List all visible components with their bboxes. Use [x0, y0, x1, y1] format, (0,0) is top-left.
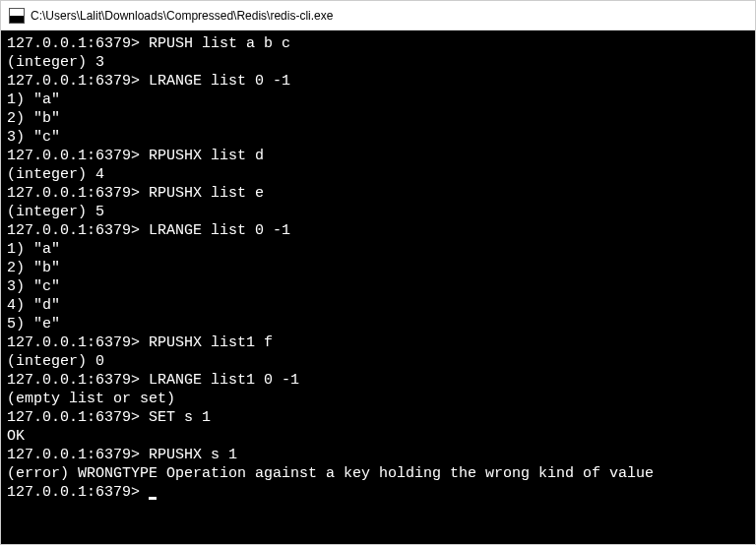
command-text: RPUSH list a b c: [149, 35, 290, 52]
command-line: 127.0.0.1:6379> LRANGE list1 0 -1: [7, 371, 749, 390]
output-line: (integer) 5: [7, 203, 749, 221]
output-line: 2) "b": [7, 109, 749, 128]
command-line: 127.0.0.1:6379> RPUSHX list d: [7, 147, 749, 165]
app-icon: [9, 8, 25, 24]
prompt: 127.0.0.1:6379>: [7, 73, 149, 90]
command-text: LRANGE list 0 -1: [149, 222, 290, 239]
command-text: RPUSHX list e: [149, 185, 264, 202]
prompt: 127.0.0.1:6379>: [7, 334, 149, 351]
command-line: 127.0.0.1:6379>: [7, 483, 749, 502]
command-line: 127.0.0.1:6379> LRANGE list 0 -1: [7, 221, 749, 240]
prompt: 127.0.0.1:6379>: [7, 35, 149, 52]
command-text: RPUSHX list1 f: [149, 334, 273, 351]
output-line: 2) "b": [7, 259, 749, 277]
output-line: 4) "d": [7, 296, 749, 315]
output-line: (empty list or set): [7, 390, 749, 408]
output-line: 1) "a": [7, 240, 749, 259]
terminal-window: C:\Users\Lalit\Downloads\Compressed\Redi…: [0, 0, 756, 545]
output-line: OK: [7, 427, 749, 446]
output-line: 3) "c": [7, 128, 749, 147]
terminal-output[interactable]: 127.0.0.1:6379> RPUSH list a b c(integer…: [1, 30, 755, 544]
output-line: (integer) 3: [7, 53, 749, 72]
prompt: 127.0.0.1:6379>: [7, 484, 149, 501]
command-text: RPUSHX list d: [149, 148, 264, 164]
prompt: 127.0.0.1:6379>: [7, 185, 149, 202]
prompt: 127.0.0.1:6379>: [7, 222, 149, 239]
titlebar-path: C:\Users\Lalit\Downloads\Compressed\Redi…: [31, 9, 333, 23]
command-line: 127.0.0.1:6379> RPUSHX s 1: [7, 446, 749, 464]
output-line: (integer) 0: [7, 352, 749, 371]
output-line: 3) "c": [7, 277, 749, 296]
command-line: 127.0.0.1:6379> RPUSHX list e: [7, 184, 749, 203]
titlebar[interactable]: C:\Users\Lalit\Downloads\Compressed\Redi…: [1, 1, 755, 30]
prompt: 127.0.0.1:6379>: [7, 372, 149, 389]
command-text: RPUSHX s 1: [149, 447, 237, 463]
prompt: 127.0.0.1:6379>: [7, 409, 149, 426]
command-line: 127.0.0.1:6379> LRANGE list 0 -1: [7, 72, 749, 91]
output-line: 1) "a": [7, 91, 749, 109]
command-text: SET s 1: [149, 409, 211, 426]
output-line: (error) WRONGTYPE Operation against a ke…: [7, 464, 749, 483]
command-line: 127.0.0.1:6379> SET s 1: [7, 408, 749, 427]
output-line: (integer) 4: [7, 165, 749, 184]
command-text: LRANGE list 0 -1: [149, 73, 290, 90]
command-line: 127.0.0.1:6379> RPUSHX list1 f: [7, 333, 749, 352]
cursor: [149, 497, 157, 500]
prompt: 127.0.0.1:6379>: [7, 447, 149, 463]
command-line: 127.0.0.1:6379> RPUSH list a b c: [7, 34, 749, 53]
prompt: 127.0.0.1:6379>: [7, 148, 149, 164]
output-line: 5) "e": [7, 315, 749, 333]
command-text: LRANGE list1 0 -1: [149, 372, 299, 389]
